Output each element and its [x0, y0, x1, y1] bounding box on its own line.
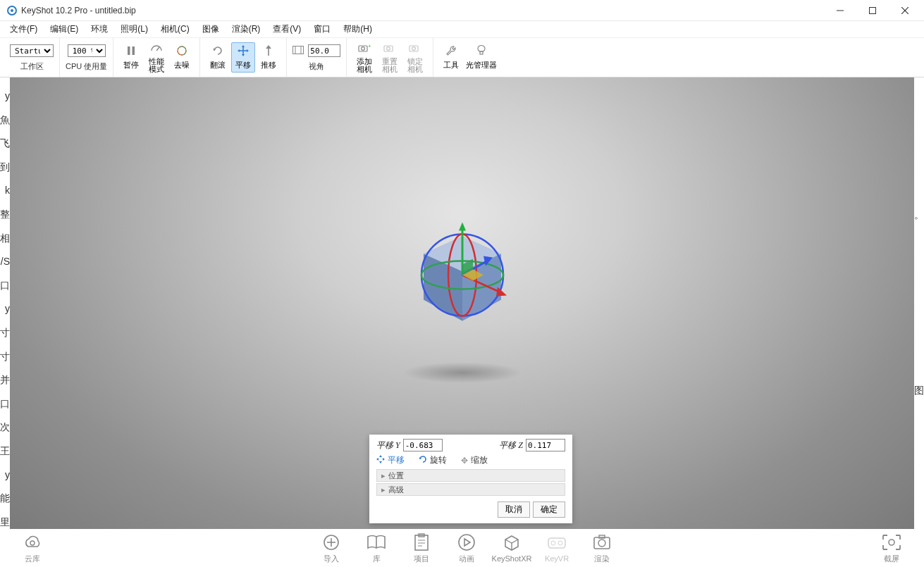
tumble-button[interactable]: 翻滚	[206, 43, 230, 72]
svg-point-72	[889, 540, 894, 545]
pan-button[interactable]: 平移	[231, 42, 255, 73]
footer-import[interactable]: 导入	[309, 532, 354, 564]
app-logo-icon	[7, 6, 17, 15]
footer-vr[interactable]: KeyVR	[534, 533, 579, 563]
svg-point-67	[551, 541, 555, 545]
perf-mode-button[interactable]: 性能模式	[144, 41, 168, 75]
footer-screenshot[interactable]: 截屏	[869, 532, 914, 564]
fov-icon	[292, 46, 304, 56]
dolly-button[interactable]: 推移	[257, 43, 281, 72]
footer-library[interactable]: 库	[354, 532, 399, 564]
ok-button[interactable]: 确定	[533, 501, 565, 518]
cpu-group: 100 % CPU 使用量	[60, 38, 113, 77]
tab-scale[interactable]: ✥ 缩放	[461, 454, 488, 466]
menu-env[interactable]: 环境	[85, 22, 113, 37]
close-button[interactable]	[889, 0, 921, 21]
add-camera-button[interactable]: + 添加相机	[352, 41, 376, 75]
svg-rect-7	[133, 46, 135, 55]
svg-marker-49	[376, 458, 378, 461]
translate-z-label: 平移 Z	[499, 440, 523, 451]
import-icon	[321, 532, 341, 552]
minimize-button[interactable]	[824, 0, 856, 21]
translate-tab-icon	[376, 455, 385, 466]
section-advanced[interactable]: ▸高级	[376, 483, 565, 496]
footer-bar: 云库 导入 库 项目 动画 KeyShotXR KeyVR 渲染 截屏	[10, 529, 914, 567]
footer-project[interactable]: 项目	[399, 532, 444, 564]
svg-point-30	[478, 46, 485, 52]
svg-text:+: +	[368, 44, 371, 49]
fov-input[interactable]	[308, 44, 340, 57]
svg-rect-3	[870, 7, 876, 13]
window-title: KeyShot 10.2 Pro - untitled.bip	[21, 6, 136, 15]
vr-icon	[547, 533, 567, 553]
reset-camera-button[interactable]: 重置相机	[378, 41, 402, 75]
fov-group: 视角	[287, 38, 347, 77]
pause-button[interactable]: 暂停	[119, 43, 143, 72]
denoise-icon	[175, 44, 188, 57]
light-manager-button[interactable]: 光管理器	[464, 43, 498, 72]
svg-point-29	[412, 46, 416, 50]
denoise-button[interactable]: 去噪	[170, 43, 194, 72]
tumble-icon	[211, 44, 224, 57]
menu-edit[interactable]: 编辑(E)	[44, 22, 84, 37]
menu-image[interactable]: 图像	[197, 22, 225, 37]
rotate-tab-icon	[419, 455, 427, 466]
section-position[interactable]: ▸位置	[376, 469, 565, 482]
book-icon	[366, 532, 386, 552]
gauge-icon	[150, 42, 163, 55]
menu-view[interactable]: 查看(V)	[267, 22, 307, 37]
menu-camera[interactable]: 相机(C)	[155, 22, 195, 37]
title-bar: KeyShot 10.2 Pro - untitled.bip	[0, 0, 924, 21]
tools-button[interactable]: 工具	[439, 43, 463, 72]
svg-marker-47	[379, 455, 382, 457]
dolly-icon	[262, 44, 275, 57]
workspace-group: Startup 工作区	[4, 38, 60, 77]
tab-translate[interactable]: 平移	[376, 454, 405, 466]
svg-point-62	[459, 535, 474, 550]
menu-file[interactable]: 文件(F)	[4, 22, 43, 37]
footer-render[interactable]: 渲染	[579, 532, 624, 564]
screenshot-icon	[882, 532, 901, 552]
left-crop-text: y魚飞到k整相/S口y寸寸并口次王y能里折更	[0, 77, 10, 529]
svg-point-68	[558, 541, 562, 545]
footer-cloud[interactable]: 云库	[10, 532, 55, 564]
wrench-icon	[445, 44, 457, 57]
svg-marker-40	[459, 223, 466, 231]
cube-with-gizmo[interactable]	[402, 208, 522, 344]
menu-light[interactable]: 照明(L)	[115, 22, 154, 37]
svg-point-70	[598, 540, 605, 547]
translate-y-label: 平移 Y	[376, 440, 400, 451]
footer-xr[interactable]: KeyShotXR	[489, 533, 534, 563]
pause-icon	[125, 44, 137, 57]
svg-point-52	[30, 541, 35, 545]
render-icon	[592, 532, 612, 552]
object-shadow	[402, 362, 522, 383]
svg-point-24	[362, 46, 365, 50]
tab-rotate[interactable]: 旋转	[419, 454, 447, 466]
svg-marker-63	[464, 539, 470, 546]
lock-camera-button[interactable]: 锁定相机	[403, 41, 427, 75]
svg-rect-71	[599, 535, 605, 538]
workspace-select[interactable]: Startup	[10, 44, 54, 57]
svg-marker-50	[383, 458, 385, 461]
translate-y-input[interactable]	[403, 439, 443, 451]
menu-help[interactable]: 帮助(H)	[338, 22, 378, 37]
footer-animation[interactable]: 动画	[444, 532, 489, 564]
translate-z-input[interactable]	[526, 439, 565, 451]
camera-lock-icon	[409, 42, 421, 55]
svg-point-1	[11, 9, 13, 12]
menu-render[interactable]: 渲染(R)	[226, 22, 266, 37]
pan-icon	[237, 44, 250, 57]
play-circle-icon	[457, 532, 476, 552]
cancel-button[interactable]: 取消	[498, 501, 530, 518]
svg-rect-6	[128, 46, 130, 55]
render-viewport[interactable]: 平移 Y 平移 Z 平移 旋转 ✥ 缩放 ▸位置 ▸高级 取消 确定	[10, 77, 914, 529]
light-icon	[475, 44, 488, 57]
menu-window[interactable]: 窗口	[308, 22, 336, 37]
cpu-label: CPU 使用量	[66, 61, 107, 72]
menu-bar: 文件(F) 编辑(E) 环境 照明(L) 相机(C) 图像 渲染(R) 查看(V…	[0, 21, 924, 38]
maximize-button[interactable]	[856, 0, 889, 21]
cpu-usage-select[interactable]: 100 %	[68, 44, 106, 57]
main-toolbar: Startup 工作区 100 % CPU 使用量 暂停 性能模式 去噪 翻滚 …	[0, 38, 924, 77]
cloud-icon	[23, 532, 42, 552]
